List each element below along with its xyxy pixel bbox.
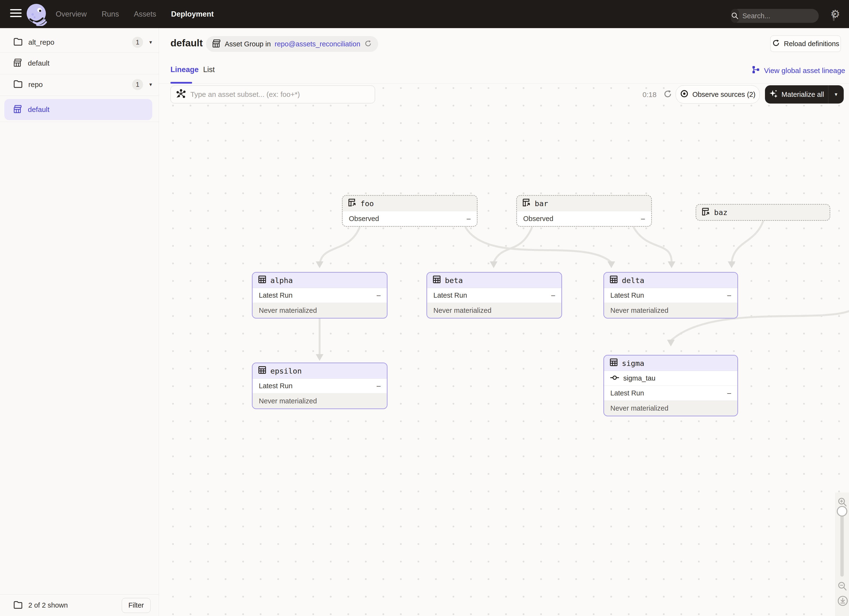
- folder-icon: [13, 80, 22, 89]
- asset-node-header[interactable]: epsilon: [253, 363, 387, 379]
- top-nav: Overview Runs Assets Deployment / ⚙: [0, 0, 849, 28]
- materialization-status: Never materialized: [253, 394, 387, 409]
- materialize-all-main[interactable]: Materialize all: [765, 89, 828, 100]
- repo-location-link[interactable]: repo@assets_reconciliation: [275, 40, 360, 48]
- zoom-slider-track[interactable]: [840, 514, 844, 577]
- repository-icon: [13, 58, 22, 68]
- asset-node-header[interactable]: foo: [343, 196, 477, 211]
- asset-node-delta[interactable]: delta Latest Run– Never materialized: [603, 272, 738, 319]
- asset-subset-icon: [176, 89, 186, 100]
- asset-table-icon: [432, 275, 441, 285]
- asset-title: sigma: [622, 359, 644, 368]
- source-asset-icon: [348, 198, 356, 209]
- materialize-dropdown-caret[interactable]: ▾: [828, 91, 844, 97]
- asset-node-bar[interactable]: bar Observed–: [516, 195, 652, 227]
- group-prefix-text: Asset Group in: [225, 40, 271, 48]
- materialization-status: Never materialized: [427, 303, 562, 318]
- source-asset-icon: [522, 198, 531, 209]
- tab-lineage[interactable]: Lineage: [170, 66, 198, 74]
- observed-row: Observed–: [343, 211, 477, 226]
- observed-row: Observed–: [517, 211, 651, 226]
- latest-run-row: Latest Run–: [253, 288, 387, 303]
- search-input[interactable]: [739, 12, 833, 20]
- shown-count-text: 2 of 2 shown: [28, 601, 122, 609]
- active-tab-indicator: [170, 82, 192, 84]
- repository-icon: [13, 105, 22, 114]
- nav-item-overview[interactable]: Overview: [56, 10, 87, 18]
- chevron-down-icon[interactable]: ▾: [149, 39, 152, 45]
- asset-node-foo[interactable]: foo Observed–: [342, 195, 478, 227]
- dagster-logo-icon[interactable]: [25, 3, 48, 27]
- asset-check-label: sigma_tau: [623, 374, 655, 382]
- asset-title: epsilon: [270, 367, 302, 375]
- lineage-graph-icon: [752, 66, 760, 76]
- search-icon: [731, 9, 739, 23]
- zoom-out-icon[interactable]: [837, 581, 848, 592]
- sidebar-item-alt-repo[interactable]: alt_repo 1 ▾: [0, 32, 159, 53]
- sidebar-item-repo[interactable]: repo 1 ▾: [0, 74, 159, 95]
- observe-sources-button[interactable]: Observe sources (2): [676, 85, 760, 104]
- materialize-all-button[interactable]: Materialize all ▾: [765, 85, 844, 104]
- gear-icon[interactable]: ⚙: [830, 7, 840, 21]
- tab-list[interactable]: List: [203, 66, 214, 74]
- reload-icon[interactable]: [364, 40, 372, 48]
- reload-definitions-label: Reload definitions: [784, 40, 839, 48]
- refresh-icon[interactable]: [663, 89, 672, 100]
- filter-button[interactable]: Filter: [122, 598, 150, 613]
- asset-table-icon: [609, 358, 618, 368]
- asset-node-header[interactable]: bar: [517, 196, 651, 211]
- asset-node-header[interactable]: alpha: [253, 273, 387, 288]
- zoom-slider-handle[interactable]: [837, 506, 848, 516]
- repo-sidebar: alt_repo 1 ▾ default repo 1 ▾ default: [0, 28, 159, 616]
- count-badge: 1: [132, 37, 143, 48]
- nav-item-deployment[interactable]: Deployment: [171, 10, 214, 18]
- asset-node-header[interactable]: sigma: [604, 356, 737, 371]
- download-image-icon[interactable]: [837, 595, 848, 606]
- source-asset-icon: [702, 207, 710, 218]
- asset-node-baz[interactable]: baz: [696, 204, 830, 221]
- asset-title: delta: [622, 276, 644, 285]
- materialization-status: Never materialized: [604, 401, 737, 416]
- asset-subset-filter[interactable]: [170, 85, 375, 103]
- nav-item-assets[interactable]: Assets: [134, 10, 156, 18]
- asset-table-icon: [609, 275, 618, 285]
- sidebar-item-label: default: [28, 59, 152, 67]
- asset-node-beta[interactable]: beta Latest Run– Never materialized: [426, 272, 562, 319]
- sidebar-item-label: repo: [28, 81, 132, 89]
- reload-definitions-button[interactable]: Reload definitions: [770, 36, 841, 52]
- asset-title: alpha: [270, 276, 293, 285]
- observe-sources-label: Observe sources (2): [693, 91, 755, 98]
- latest-run-row: Latest Run–: [253, 379, 387, 394]
- asset-node-epsilon[interactable]: epsilon Latest Run– Never materialized: [252, 362, 387, 409]
- asset-check-row[interactable]: sigma_tau: [604, 371, 737, 386]
- lineage-canvas[interactable]: [159, 84, 849, 616]
- asset-table-icon: [258, 275, 267, 285]
- asset-node-alpha[interactable]: alpha Latest Run– Never materialized: [252, 272, 387, 319]
- hamburger-menu-icon[interactable]: [10, 9, 22, 19]
- asset-node-sigma[interactable]: sigma sigma_tau Latest Run– Never materi…: [603, 355, 738, 416]
- sidebar-item-default-alt[interactable]: default: [0, 53, 159, 73]
- chevron-down-icon[interactable]: ▾: [149, 81, 152, 88]
- reload-icon: [772, 39, 780, 49]
- materialization-status: Never materialized: [604, 303, 737, 318]
- view-global-label: View global asset lineage: [764, 67, 845, 75]
- asset-table-icon: [258, 365, 267, 376]
- asset-node-header[interactable]: baz: [696, 205, 830, 220]
- materialize-all-label: Materialize all: [782, 91, 824, 98]
- materialization-status: Never materialized: [253, 303, 387, 318]
- nav-item-runs[interactable]: Runs: [101, 10, 119, 18]
- latest-run-row: Latest Run–: [604, 386, 737, 401]
- latest-run-row: Latest Run–: [427, 288, 562, 303]
- sidebar-footer: 2 of 2 shown Filter: [0, 594, 159, 616]
- asset-node-header[interactable]: delta: [604, 273, 737, 288]
- asset-title: bar: [535, 199, 548, 208]
- asset-title: baz: [714, 208, 727, 217]
- global-search[interactable]: /: [731, 9, 819, 23]
- repository-icon: [212, 39, 221, 49]
- asset-node-header[interactable]: beta: [427, 273, 562, 288]
- asset-subset-input[interactable]: [191, 90, 369, 98]
- view-global-asset-lineage-link[interactable]: View global asset lineage: [752, 66, 845, 76]
- dagster-app: Overview Runs Assets Deployment / ⚙ alt_…: [0, 0, 849, 616]
- asset-check-icon: [610, 374, 620, 382]
- sidebar-item-default-selected[interactable]: default: [4, 99, 152, 120]
